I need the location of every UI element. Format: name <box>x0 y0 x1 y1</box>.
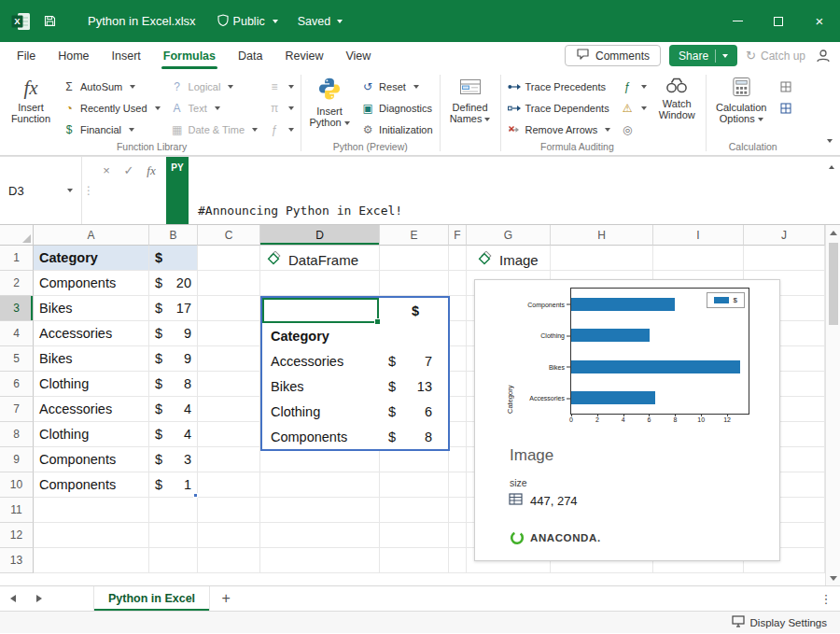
minimize-button[interactable] <box>717 0 758 42</box>
ribbon-collapse-button[interactable] <box>824 134 833 148</box>
dataframe-row-label[interactable]: Accessories <box>262 348 379 373</box>
add-sheet-button[interactable]: + <box>210 586 242 611</box>
cell-B4[interactable]: $9 <box>149 321 198 346</box>
financial-button[interactable]: $Financial <box>59 120 164 140</box>
column-header-E[interactable]: E <box>380 225 449 246</box>
cell-F2[interactable] <box>449 271 467 296</box>
scrollbar-thumb[interactable] <box>829 243 838 325</box>
cell-A8[interactable]: Clothing <box>34 422 149 447</box>
user-icon[interactable] <box>816 49 831 63</box>
calculate-sheet-button[interactable] <box>776 98 796 119</box>
cell-F6[interactable] <box>449 372 467 397</box>
cell-D10[interactable] <box>260 472 380 498</box>
dataframe-output-table[interactable]: $CategoryAccessories$7Bikes$13Clothing$6… <box>260 296 450 451</box>
cell-J1[interactable] <box>744 246 825 271</box>
select-all-corner[interactable] <box>0 225 34 246</box>
cell-F7[interactable] <box>449 397 467 422</box>
row-header-10[interactable]: 10 <box>0 472 34 498</box>
cancel-button[interactable]: × <box>95 157 118 224</box>
cell-E12[interactable] <box>380 523 449 548</box>
dataframe-row-label[interactable]: Bikes <box>262 373 379 399</box>
more-functions-button[interactable]: ƒ <box>264 120 298 140</box>
row-header-8[interactable]: 8 <box>0 422 34 447</box>
date-time-button[interactable]: ▦Date & Time <box>167 120 262 140</box>
dataframe-row-label[interactable]: Components <box>262 424 379 449</box>
trace-dependents-button[interactable]: Trace Dependents <box>504 98 615 119</box>
row-header-3[interactable]: 3 <box>0 296 34 321</box>
tab-home[interactable]: Home <box>47 42 100 69</box>
cell-A4[interactable]: Accessories <box>34 321 149 346</box>
share-button[interactable]: Share <box>669 45 737 66</box>
cell-C13[interactable] <box>198 548 260 573</box>
column-header-H[interactable]: H <box>551 225 653 246</box>
dataframe-row-label[interactable]: Clothing <box>262 399 379 424</box>
insert-function-button-small[interactable]: fx <box>140 157 162 224</box>
cell-A6[interactable]: Clothing <box>34 372 149 397</box>
evaluate-formula-button[interactable]: ◎ <box>617 120 651 140</box>
lookup-reference-button[interactable]: ≡ <box>264 77 298 97</box>
cell-A12[interactable] <box>34 523 149 548</box>
dataframe-group-header[interactable]: Category <box>262 323 379 348</box>
column-header-B[interactable]: B <box>149 225 198 246</box>
tab-formulas[interactable]: Formulas <box>152 42 227 69</box>
cell-E9[interactable] <box>380 447 449 472</box>
tab-view[interactable]: View <box>334 42 382 69</box>
row-header-7[interactable]: 7 <box>0 397 34 422</box>
cell-A7[interactable]: Accessories <box>34 397 149 422</box>
cell-A13[interactable] <box>34 548 149 573</box>
spreadsheet-grid[interactable]: ABCDEFGHIJ 1Category$2Components$203Bike… <box>0 225 825 585</box>
cell-B9[interactable]: $3 <box>149 447 198 472</box>
column-header-G[interactable]: G <box>467 225 551 246</box>
selected-cell-D3[interactable] <box>262 298 379 323</box>
row-header-12[interactable]: 12 <box>0 523 34 548</box>
cell-A3[interactable]: Bikes <box>34 296 149 321</box>
cell-B6[interactable]: $8 <box>149 372 198 397</box>
tab-file[interactable]: File <box>6 42 47 69</box>
cell-C2[interactable] <box>198 271 260 296</box>
comments-button[interactable]: Comments <box>565 45 661 66</box>
sheet-nav-right-button[interactable] <box>26 586 52 611</box>
defined-names-button[interactable]: Defined Names <box>443 73 497 124</box>
save-status-dropdown[interactable]: Saved <box>298 15 343 28</box>
tab-insert[interactable]: Insert <box>101 42 152 69</box>
cell-C6[interactable] <box>198 372 260 397</box>
sheet-tab-python-in-excel[interactable]: Python in Excel <box>93 586 210 611</box>
tab-data[interactable]: Data <box>227 42 273 69</box>
row-header-13[interactable]: 13 <box>0 548 34 573</box>
cell-A1[interactable]: Category <box>34 246 149 271</box>
cell-F9[interactable] <box>449 447 467 472</box>
maximize-button[interactable] <box>758 0 799 42</box>
cell-F3[interactable] <box>449 296 467 321</box>
cell-D11[interactable] <box>260 498 380 523</box>
cell-A2[interactable]: Components <box>34 271 149 296</box>
sensitivity-label-button[interactable]: Public <box>211 11 285 32</box>
python-initialization-button[interactable]: ⚙Initialization <box>357 120 436 140</box>
scroll-up-button[interactable] <box>826 225 840 240</box>
save-button[interactable] <box>44 15 56 27</box>
sheet-menu-button[interactable]: ⋮ <box>812 586 840 611</box>
row-header-5[interactable]: 5 <box>0 346 34 372</box>
cell-C8[interactable] <box>198 422 260 447</box>
image-preview-card[interactable]: Category $ ComponentsClothingBikesAccess… <box>474 279 780 561</box>
cell-C11[interactable] <box>198 498 260 523</box>
cell-F13[interactable] <box>449 548 467 573</box>
cell-F1[interactable] <box>449 246 467 271</box>
cell-E10[interactable] <box>380 472 449 498</box>
close-button[interactable]: × <box>799 0 840 42</box>
show-formulas-button[interactable]: ƒ <box>617 77 651 97</box>
tab-review[interactable]: Review <box>273 42 334 69</box>
name-box-resize-handle[interactable]: ⋮ <box>82 157 95 224</box>
column-header-A[interactable]: A <box>34 225 149 246</box>
row-header-9[interactable]: 9 <box>0 447 34 472</box>
error-checking-button[interactable]: ⚠ <box>617 98 651 119</box>
dataframe-row-value[interactable]: $13 <box>379 373 448 399</box>
cell-I1[interactable] <box>653 246 744 271</box>
catch-up-button[interactable]: ↻ Catch up <box>746 49 805 63</box>
text-button[interactable]: AText <box>167 98 262 119</box>
cell-C4[interactable] <box>198 321 260 346</box>
cell-F11[interactable] <box>449 498 467 523</box>
row-header-11[interactable]: 11 <box>0 498 34 523</box>
column-header-D[interactable]: D <box>260 225 380 246</box>
cell-B5[interactable]: $9 <box>149 346 198 372</box>
dataframe-empty-cell[interactable] <box>379 323 448 348</box>
